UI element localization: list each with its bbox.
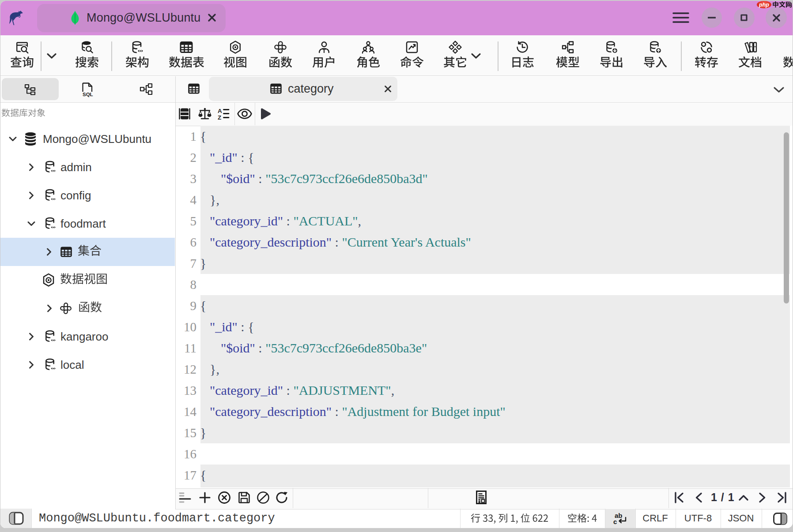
svg-text:A: A bbox=[218, 108, 222, 114]
svg-text:c: c bbox=[613, 518, 617, 525]
svg-text:Z: Z bbox=[218, 114, 221, 121]
